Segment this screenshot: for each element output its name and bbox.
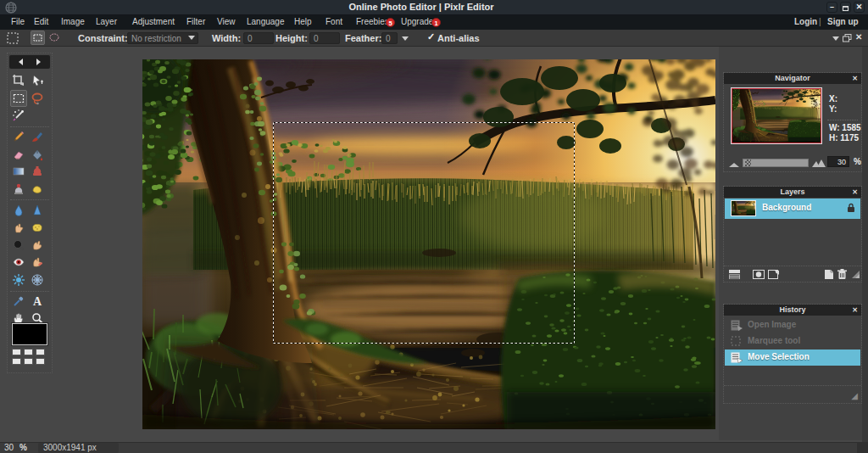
svg-text:A: A	[33, 295, 42, 308]
